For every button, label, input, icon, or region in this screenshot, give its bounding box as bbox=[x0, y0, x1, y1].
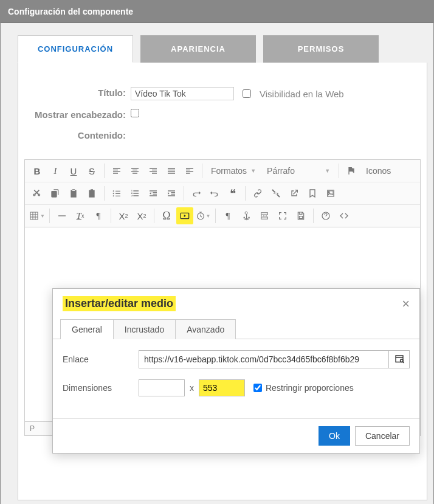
cut-button[interactable] bbox=[29, 185, 46, 202]
table-button[interactable]: ▼ bbox=[29, 207, 46, 224]
bold-button[interactable]: B bbox=[29, 162, 46, 179]
open-link-button[interactable] bbox=[286, 185, 303, 202]
height-input[interactable] bbox=[199, 379, 245, 396]
cancel-button[interactable]: Cancelar bbox=[355, 426, 410, 446]
constrain-label: Restringir proporciones bbox=[266, 383, 354, 393]
constrain-checkbox[interactable] bbox=[253, 384, 262, 392]
component-config-window: Configuración del componente CONFIGURACI… bbox=[0, 0, 434, 504]
numbered-list-button[interactable] bbox=[126, 185, 143, 202]
modal-tab-advanced[interactable]: Avanzado bbox=[175, 319, 236, 339]
content-label: Contenido: bbox=[24, 129, 131, 142]
constrain-wrapper[interactable]: Restringir proporciones bbox=[253, 383, 354, 393]
modal-tab-embed[interactable]: Incrustado bbox=[113, 319, 176, 339]
pagebreak-button[interactable] bbox=[256, 207, 273, 224]
align-left-button[interactable] bbox=[108, 162, 125, 179]
tab-permissions[interactable]: PERMISOS bbox=[263, 35, 379, 63]
anchor-button[interactable] bbox=[238, 207, 255, 224]
editor-toolbar: B I U S Formatos▼ Párrafo▼ bbox=[24, 159, 421, 227]
subscript-button[interactable]: X2 bbox=[115, 207, 132, 224]
dimensions-label: Dimensiones bbox=[63, 383, 139, 393]
close-icon[interactable]: × bbox=[402, 297, 410, 311]
title-label: Título: bbox=[24, 87, 131, 99]
indent-button[interactable] bbox=[163, 185, 180, 202]
modal-body: Enlace Dimensiones bbox=[53, 339, 419, 418]
width-input[interactable] bbox=[139, 379, 185, 396]
paragraph-mark-button[interactable]: ¶ bbox=[90, 207, 107, 224]
link-input[interactable] bbox=[139, 350, 389, 368]
link-button[interactable] bbox=[249, 185, 266, 202]
underline-button[interactable]: U bbox=[65, 162, 82, 179]
ok-button[interactable]: Ok bbox=[319, 426, 350, 446]
modal-tabs: General Incrustado Avanzado bbox=[53, 319, 419, 339]
superscript-button[interactable]: X2 bbox=[133, 207, 150, 224]
dim-separator: x bbox=[190, 383, 194, 393]
icons-select[interactable]: Iconos bbox=[361, 164, 396, 178]
window-title: Configuración del componente bbox=[8, 7, 133, 16]
align-center-button[interactable] bbox=[126, 162, 143, 179]
modal-title: Insertar/editar medio bbox=[63, 296, 176, 311]
clear-format-button[interactable]: Tx bbox=[72, 207, 89, 224]
undo-button[interactable] bbox=[206, 185, 223, 202]
image-button[interactable] bbox=[322, 185, 339, 202]
browse-icon bbox=[394, 354, 405, 365]
paragraph-select[interactable]: Párrafo▼ bbox=[262, 164, 335, 178]
fullscreen-button[interactable] bbox=[274, 207, 291, 224]
svg-rect-0 bbox=[58, 215, 66, 216]
tab-configuration[interactable]: CONFIGURACIÓN bbox=[18, 35, 133, 63]
paste-text-button[interactable] bbox=[83, 185, 100, 202]
paste-button[interactable] bbox=[65, 185, 82, 202]
blockquote-button[interactable]: ❝ bbox=[224, 185, 241, 202]
special-char-button[interactable]: Ω bbox=[158, 207, 175, 224]
main-tabs: CONFIGURACIÓN APARIENCIA PERMISOS bbox=[18, 35, 427, 63]
strikethrough-button[interactable]: S bbox=[83, 162, 100, 179]
datetime-button[interactable]: ▼ bbox=[195, 207, 212, 224]
window-titlebar: Configuración del componente bbox=[1, 1, 433, 23]
insert-media-dialog: Insertar/editar medio × General Incrusta… bbox=[52, 288, 420, 454]
flag-icon[interactable] bbox=[343, 162, 360, 179]
rich-editor: B I U S Formatos▼ Párrafo▼ bbox=[24, 159, 421, 436]
align-none-button[interactable] bbox=[181, 162, 198, 179]
unlink-button[interactable] bbox=[267, 185, 284, 202]
config-panel: Título: Visibilidad en la Web Mostrar en… bbox=[18, 63, 427, 500]
align-justify-button[interactable] bbox=[163, 162, 180, 179]
italic-button[interactable]: I bbox=[47, 162, 64, 179]
status-path: P bbox=[30, 424, 35, 433]
redo-button[interactable] bbox=[188, 185, 205, 202]
window-body: CONFIGURACIÓN APARIENCIA PERMISOS Título… bbox=[1, 23, 433, 504]
ltr-button[interactable]: ¶ bbox=[219, 207, 236, 224]
visibility-checkbox[interactable] bbox=[243, 89, 251, 98]
show-header-label: Mostrar encabezado: bbox=[24, 109, 131, 121]
formats-select[interactable]: Formatos▼ bbox=[206, 164, 261, 178]
bookmark-button[interactable] bbox=[304, 185, 321, 202]
align-right-button[interactable] bbox=[145, 162, 162, 179]
hr-button[interactable] bbox=[53, 207, 71, 224]
tab-appearance[interactable]: APARIENCIA bbox=[140, 35, 256, 63]
outdent-button[interactable] bbox=[145, 185, 162, 202]
visibility-label: Visibilidad en la Web bbox=[260, 89, 344, 99]
show-header-checkbox[interactable] bbox=[131, 109, 139, 117]
editor-content[interactable]: Insertar/editar medio × General Incrusta… bbox=[24, 227, 421, 422]
help-button[interactable] bbox=[317, 207, 334, 224]
bullet-list-button[interactable] bbox=[108, 185, 125, 202]
link-label: Enlace bbox=[63, 354, 139, 364]
browse-button[interactable] bbox=[389, 350, 410, 368]
modal-tab-general[interactable]: General bbox=[60, 319, 114, 339]
title-input[interactable] bbox=[131, 87, 234, 100]
copy-button[interactable] bbox=[47, 185, 64, 202]
media-button[interactable] bbox=[176, 207, 193, 224]
source-code-button[interactable] bbox=[336, 207, 353, 224]
save-button[interactable] bbox=[292, 207, 309, 224]
